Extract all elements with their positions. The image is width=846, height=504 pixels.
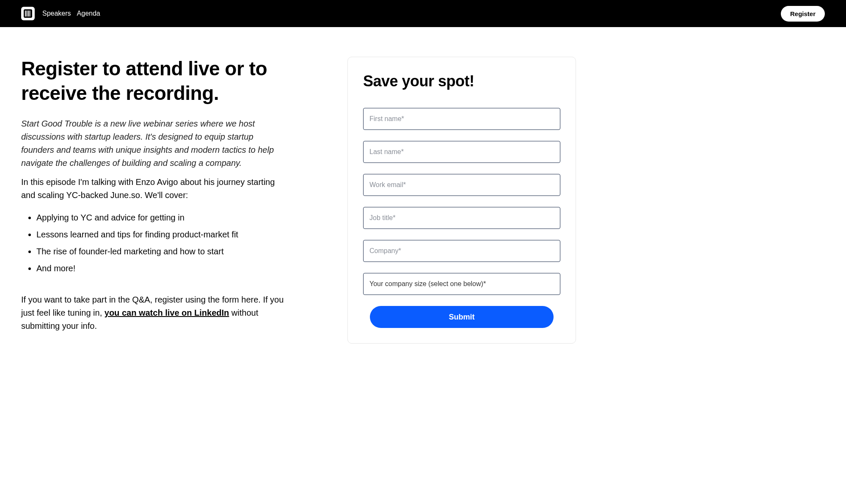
register-button[interactable]: Register <box>781 6 825 22</box>
intro-paragraph-italic: Start Good Trouble is a new live webinar… <box>21 117 288 170</box>
svg-rect-4 <box>30 11 30 17</box>
svg-rect-1 <box>25 11 26 17</box>
page-heading: Register to attend live or to receive th… <box>21 57 288 105</box>
linkedin-link[interactable]: you can watch live on LinkedIn <box>105 308 229 317</box>
nav-left: Speakers Agenda <box>21 7 100 20</box>
bullet-list: Applying to YC and advice for getting in… <box>21 210 288 275</box>
work-email-input[interactable] <box>363 174 560 196</box>
last-name-input[interactable] <box>363 141 560 163</box>
first-name-input[interactable] <box>363 108 560 130</box>
list-item: Lessons learned and tips for finding pro… <box>36 227 288 242</box>
nav-link-agenda[interactable]: Agenda <box>77 10 100 17</box>
registration-form: Save your spot! Your company size (selec… <box>347 57 576 344</box>
list-item: And more! <box>36 261 288 275</box>
company-size-label: Your company size (select one below)* <box>369 280 486 288</box>
main-content: Register to attend live or to receive th… <box>0 27 597 361</box>
right-column: Save your spot! Your company size (selec… <box>347 57 576 344</box>
company-input[interactable] <box>363 240 560 262</box>
svg-rect-2 <box>27 11 28 17</box>
closing-paragraph: If you want to take part in the Q&A, reg… <box>21 293 288 333</box>
submit-button[interactable]: Submit <box>370 306 554 328</box>
left-column: Register to attend live or to receive th… <box>21 57 288 344</box>
top-navbar: Speakers Agenda Register <box>0 0 846 27</box>
intro-paragraph: In this episode I'm talking with Enzo Av… <box>21 176 288 202</box>
nav-links: Speakers Agenda <box>42 10 100 17</box>
logo-icon[interactable] <box>21 7 35 20</box>
form-title: Save your spot! <box>363 72 560 90</box>
svg-rect-3 <box>28 11 29 17</box>
nav-link-speakers[interactable]: Speakers <box>42 10 71 17</box>
list-item: Applying to YC and advice for getting in <box>36 210 288 225</box>
company-size-select[interactable]: Your company size (select one below)* <box>363 273 560 295</box>
job-title-input[interactable] <box>363 207 560 229</box>
list-item: The rise of founder-led marketing and ho… <box>36 244 288 259</box>
